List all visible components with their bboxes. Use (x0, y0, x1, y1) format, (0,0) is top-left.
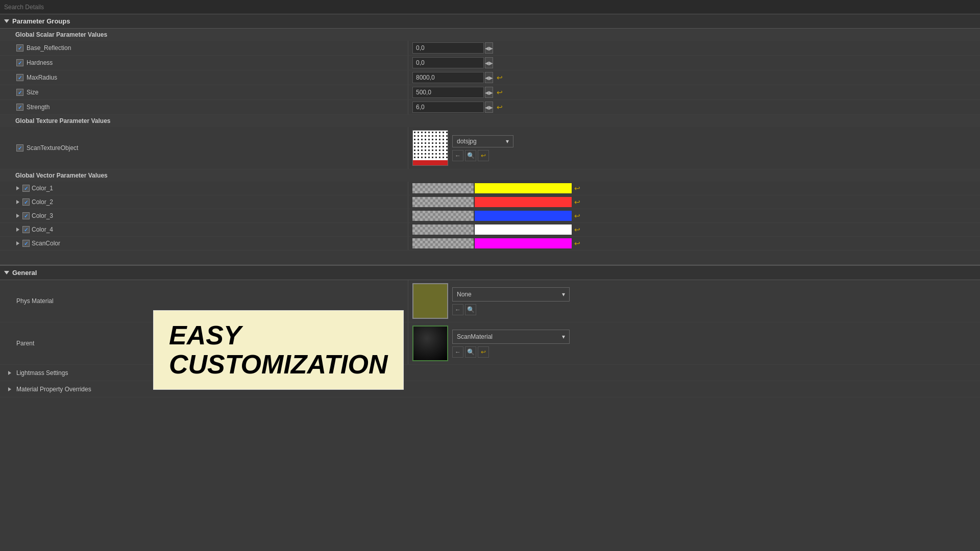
texture-chevron: ▾ (506, 138, 509, 145)
scan-color-reset[interactable]: ↩ (573, 239, 582, 247)
base-reflection-spin[interactable]: ◀▶ (485, 42, 493, 54)
search-bar[interactable] (0, 0, 980, 14)
strength-reset[interactable]: ↩ (495, 103, 504, 111)
phys-material-search-btn[interactable]: 🔍 (465, 304, 476, 315)
color4-swatch[interactable] (475, 224, 572, 235)
lightmass-expand[interactable] (8, 371, 11, 375)
global-vector-label: Global Vector Parameter Values (15, 172, 108, 179)
hardness-checkbox[interactable] (16, 59, 23, 66)
strength-input[interactable] (412, 102, 484, 113)
color2-expand[interactable] (16, 200, 19, 204)
global-texture-label: Global Texture Parameter Values (15, 117, 111, 124)
lightmass-row: Lightmass Settings (0, 365, 980, 381)
parent-dropdown[interactable]: ScanMaterial ▾ (452, 330, 570, 344)
color2-checkbox[interactable] (22, 198, 30, 206)
parent-arrow-btn[interactable]: ← (452, 346, 463, 358)
size-label: Size (27, 89, 38, 96)
color2-reset[interactable]: ↩ (573, 198, 582, 206)
base-reflection-input[interactable] (412, 42, 484, 54)
general-header[interactable]: General (0, 265, 980, 280)
phys-material-label: Phys Material (16, 297, 54, 305)
maxradius-reset[interactable]: ↩ (495, 73, 504, 82)
strength-checkbox[interactable] (16, 104, 23, 111)
phys-material-chevron: ▾ (562, 291, 565, 298)
parent-label: Parent (16, 340, 34, 347)
scan-color-label: ScanColor (32, 240, 60, 247)
watermark: EASY CUSTOMIZATION (153, 310, 404, 390)
strength-label: Strength (27, 104, 50, 111)
hardness-label: Hardness (27, 59, 53, 66)
phys-material-row: Phys Material None ▾ ← 🔍 (0, 280, 980, 322)
phys-material-value: None (457, 291, 472, 298)
color3-expand[interactable] (16, 214, 19, 218)
scan-texture-label: ScanTextureObject (27, 144, 78, 152)
color3-checkbox[interactable] (22, 212, 30, 219)
color1-swatch[interactable] (475, 183, 572, 193)
color3-label: Color_3 (32, 212, 53, 219)
parameter-groups-header[interactable]: Parameter Groups (0, 14, 980, 29)
size-input[interactable] (412, 87, 484, 98)
color3-row: Color_3 ↩ (0, 209, 980, 223)
scan-texture-checkbox[interactable] (16, 144, 23, 152)
scan-color-expand[interactable] (16, 241, 19, 245)
color1-expand[interactable] (16, 186, 19, 190)
parent-chevron: ▾ (562, 333, 565, 340)
texture-search-btn[interactable]: 🔍 (465, 150, 476, 161)
parameter-groups-arrow (4, 19, 9, 23)
table-row: Base_Reflection ◀▶ Hardness (0, 41, 980, 115)
global-scalar-header[interactable]: Global Scalar Parameter Values (0, 29, 980, 41)
scan-texture-row: ScanTextureObject dotsjpg ▾ ← 🔍 ↩ (0, 127, 980, 169)
color4-row: Color_4 ↩ (0, 223, 980, 237)
color2-label: Color_2 (32, 198, 53, 206)
texture-dropdown[interactable]: dotsjpg ▾ (452, 135, 513, 147)
parent-search-btn[interactable]: 🔍 (465, 346, 476, 358)
parent-row: Parent ScanMaterial ▾ ← 🔍 ↩ (0, 322, 980, 365)
search-input[interactable] (4, 4, 976, 11)
texture-arrow-btn[interactable]: ← (452, 150, 463, 161)
parent-thumb (412, 325, 448, 361)
color4-expand[interactable] (16, 228, 19, 232)
color2-swatch[interactable] (475, 197, 572, 207)
color4-checkbox[interactable] (22, 226, 30, 233)
scan-color-checkbox[interactable] (22, 240, 30, 247)
maxradius-label: MaxRadius (27, 74, 57, 81)
maxradius-input[interactable] (412, 72, 484, 83)
hardness-input[interactable] (412, 57, 484, 68)
color4-reset[interactable]: ↩ (573, 226, 582, 234)
base-reflection-label: Base_Reflection (27, 44, 71, 52)
size-reset[interactable]: ↩ (495, 88, 504, 96)
global-vector-header[interactable]: Global Vector Parameter Values (0, 169, 980, 182)
material-overrides-row: Material Property Overrides (0, 381, 980, 397)
color-rows: Color_1 ↩ Color_2 ↩ (0, 182, 980, 251)
parent-reset-btn[interactable]: ↩ (478, 346, 489, 358)
parameter-groups-label: Parameter Groups (12, 17, 70, 25)
color4-label: Color_4 (32, 226, 53, 233)
color1-label: Color_1 (32, 185, 53, 192)
global-texture-header[interactable]: Global Texture Parameter Values (0, 115, 980, 127)
color3-reset[interactable]: ↩ (573, 212, 582, 220)
strength-spin[interactable]: ◀▶ (485, 102, 493, 113)
maxradius-spin[interactable]: ◀▶ (485, 72, 493, 83)
texture-reset-btn[interactable]: ↩ (478, 150, 489, 161)
material-overrides-expand[interactable] (8, 387, 11, 391)
phys-material-arrow-btn[interactable]: ← (452, 304, 463, 315)
color1-checkbox[interactable] (22, 185, 30, 192)
general-arrow (4, 271, 9, 274)
global-scalar-label: Global Scalar Parameter Values (15, 31, 107, 38)
size-spin[interactable]: ◀▶ (485, 87, 493, 98)
scan-color-row: ScanColor ↩ (0, 237, 980, 251)
phys-material-thumb (412, 283, 448, 319)
general-label: General (12, 269, 37, 277)
color3-swatch[interactable] (475, 211, 572, 221)
color1-reset[interactable]: ↩ (573, 184, 582, 192)
parent-value: ScanMaterial (457, 333, 493, 340)
size-checkbox[interactable] (16, 89, 23, 96)
hardness-spin[interactable]: ◀▶ (485, 57, 493, 68)
texture-name: dotsjpg (457, 138, 477, 145)
material-overrides-label: Material Property Overrides (16, 386, 91, 393)
watermark-text: EASY CUSTOMIZATION (169, 321, 388, 379)
base-reflection-checkbox[interactable] (16, 44, 23, 52)
maxradius-checkbox[interactable] (16, 74, 23, 81)
scan-color-swatch[interactable] (475, 238, 572, 248)
phys-material-dropdown[interactable]: None ▾ (452, 287, 570, 302)
